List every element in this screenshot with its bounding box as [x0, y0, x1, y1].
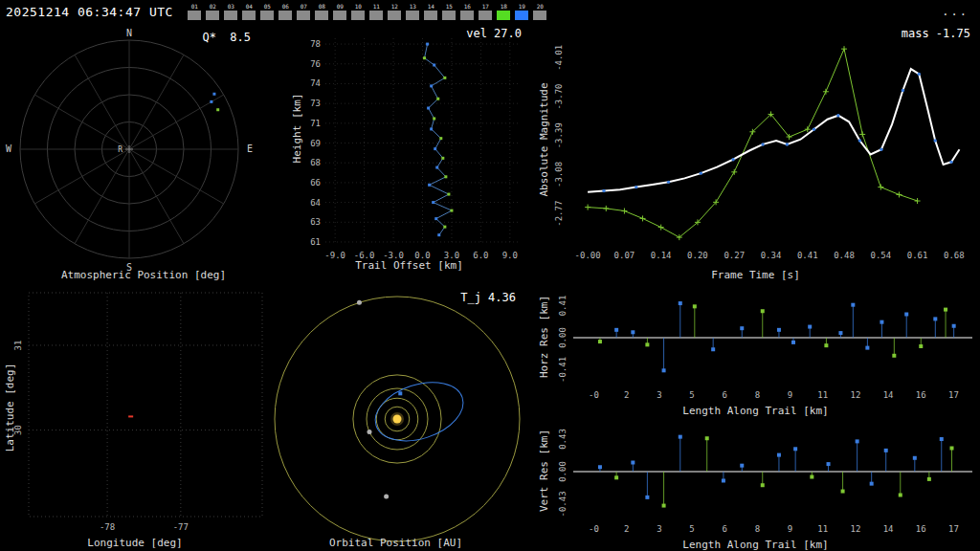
svg-text:6: 6	[722, 524, 726, 534]
frame-number: 13	[410, 3, 416, 10]
frame-number: 02	[210, 3, 216, 10]
vertical-residual-panel: -02356891112141617-0.430.000.43 Vert Res…	[531, 417, 980, 551]
svg-text:2: 2	[624, 524, 629, 534]
svg-text:N: N	[126, 28, 132, 38]
frame-thumbnail-11[interactable]: 11	[368, 3, 385, 20]
frame-number: 20	[537, 3, 544, 10]
orbital-position-caption: Orbital Position [AU]	[270, 537, 522, 549]
svg-text:5: 5	[689, 390, 694, 400]
svg-text:0.41: 0.41	[797, 251, 818, 260]
svg-text:0.00: 0.00	[558, 461, 568, 482]
frame-image	[188, 11, 201, 20]
svg-text:-0.00: -0.00	[575, 251, 601, 260]
frame-thumbnail-09[interactable]: 09	[332, 3, 348, 20]
frame-image	[369, 11, 383, 20]
svg-text:64: 64	[310, 198, 321, 208]
frame-thumbnail-19[interactable]: 19	[514, 3, 530, 20]
frame-thumbnail-16[interactable]: 16	[459, 3, 476, 20]
svg-text:16: 16	[916, 390, 926, 400]
frame-image	[278, 11, 292, 20]
frame-thumbnail-18[interactable]: 18	[496, 3, 512, 20]
svg-text:-0.43: -0.43	[558, 491, 568, 517]
svg-text:8: 8	[755, 390, 760, 400]
tisserand-value-label: T_j 4.36	[460, 291, 516, 304]
svg-text:0.07: 0.07	[614, 251, 635, 260]
frame-image	[206, 11, 219, 20]
frame-number: 11	[373, 3, 380, 10]
frame-image	[515, 11, 528, 20]
atmospheric-position-panel: NSEWR Q* 8.5 Atmospheric Position [deg]	[0, 23, 287, 283]
frame-number: 08	[319, 3, 325, 10]
atmospheric-position-chart: NSEWR	[0, 23, 287, 283]
frame-number: 15	[446, 3, 453, 10]
svg-text:8: 8	[755, 524, 760, 534]
frame-thumbnail-20[interactable]: 20	[532, 3, 548, 20]
svg-text:61: 61	[310, 237, 321, 247]
ground-track-panel: -78-773031 Latitude [deg] Longitude [deg…	[0, 283, 270, 551]
svg-text:14: 14	[883, 390, 894, 400]
svg-text:16: 16	[916, 524, 926, 534]
height-axis-label: Height [km]	[291, 94, 303, 164]
frame-thumbnail-06[interactable]: 06	[278, 3, 294, 20]
overflow-menu[interactable]: ...	[942, 5, 969, 18]
frame-number: 09	[337, 3, 344, 10]
latitude-axis-label: Latitude [deg]	[4, 364, 16, 452]
svg-text:E: E	[247, 143, 253, 154]
horz-res-axis-label: Horz Res [km]	[538, 296, 550, 378]
frame-thumbnail-15[interactable]: 15	[441, 3, 457, 20]
svg-text:6: 6	[722, 390, 726, 400]
frame-image	[424, 11, 437, 20]
horizontal-residual-chart: -02356891112141617-0.410.000.41	[531, 283, 980, 417]
frame-image	[224, 11, 237, 20]
frame-image	[315, 11, 328, 20]
svg-text:76: 76	[310, 59, 321, 69]
frame-thumbnail-10[interactable]: 10	[350, 3, 367, 20]
svg-text:-77: -77	[173, 522, 189, 532]
frame-image	[442, 11, 456, 20]
svg-text:-3.39: -3.39	[554, 122, 564, 148]
frame-number: 04	[246, 3, 253, 10]
orbital-position-panel: T_j 4.36 Orbital Position [AU]	[270, 283, 522, 551]
svg-text:14: 14	[883, 524, 894, 534]
frame-number: 19	[519, 3, 525, 10]
frame-thumbnail-04[interactable]: 04	[241, 3, 257, 20]
frame-image	[533, 11, 546, 20]
svg-text:-78: -78	[100, 522, 115, 532]
top-bar: 20251214 06:34:47 UTC 010203040506070809…	[0, 0, 980, 23]
svg-text:3: 3	[657, 524, 661, 534]
frame-thumbnail-01[interactable]: 01	[187, 3, 203, 20]
frame-thumbnail-12[interactable]: 12	[387, 3, 403, 20]
timestamp: 20251214 06:34:47 UTC	[6, 5, 173, 19]
frame-image	[460, 11, 474, 20]
svg-text:W: W	[6, 143, 12, 154]
frame-thumbnail-13[interactable]: 13	[405, 3, 421, 20]
frame-number: 05	[264, 3, 271, 10]
frame-number: 10	[355, 3, 362, 10]
q-value-label: Q* 8.5	[202, 31, 251, 44]
svg-text:69: 69	[310, 139, 321, 148]
svg-text:0.20: 0.20	[687, 251, 708, 260]
horizontal-residual-panel: -02356891112141617-0.410.000.41 Horz Res…	[531, 283, 980, 417]
svg-text:0.00: 0.00	[558, 327, 568, 348]
frame-image	[260, 11, 274, 20]
frame-thumbnail-02[interactable]: 02	[205, 3, 221, 20]
frame-strip: 0102030405060708091011121314151617181920	[187, 3, 548, 20]
svg-text:0.68: 0.68	[944, 251, 965, 260]
svg-text:12: 12	[850, 524, 860, 534]
svg-text:-0.41: -0.41	[558, 357, 568, 383]
svg-text:63: 63	[310, 217, 321, 227]
frame-thumbnail-03[interactable]: 03	[223, 3, 239, 20]
svg-text:11: 11	[817, 390, 828, 400]
svg-text:5: 5	[689, 524, 694, 534]
frame-thumbnail-08[interactable]: 08	[314, 3, 330, 20]
frame-thumbnail-14[interactable]: 14	[423, 3, 439, 20]
frame-image	[333, 11, 346, 20]
frame-thumbnail-07[interactable]: 07	[296, 3, 312, 20]
frame-image	[479, 11, 492, 20]
svg-text:0.41: 0.41	[558, 296, 568, 317]
svg-text:R: R	[118, 145, 122, 154]
svg-text:0.14: 0.14	[651, 251, 672, 260]
frame-thumbnail-05[interactable]: 05	[259, 3, 276, 20]
frame-image	[242, 11, 256, 20]
frame-thumbnail-17[interactable]: 17	[478, 3, 494, 20]
